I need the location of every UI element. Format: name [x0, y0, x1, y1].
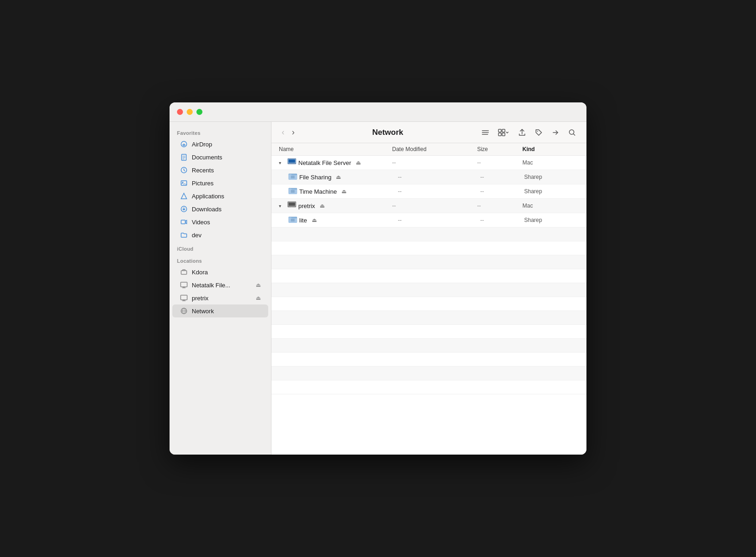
grid-view-button[interactable]: [495, 127, 512, 139]
sidebar-item-dev[interactable]: dev: [172, 228, 268, 241]
sidebar-item-kdora[interactable]: Kdora: [172, 266, 268, 278]
sidebar-item-applications[interactable]: Applications: [172, 190, 268, 203]
lite-icon: [288, 215, 296, 225]
svg-rect-7: [181, 220, 185, 224]
sidebar-item-pictures[interactable]: Pictures: [172, 177, 268, 190]
sidebar-item-network[interactable]: Network: [172, 304, 268, 317]
sidebar: Favorites AirDrop: [170, 122, 271, 455]
pretrix-expand-arrow[interactable]: ▾: [279, 203, 284, 209]
more-button[interactable]: [548, 127, 562, 139]
pretrix-label: pretrix: [298, 203, 315, 209]
forward-button[interactable]: ›: [289, 126, 297, 139]
svg-point-1: [183, 145, 185, 146]
svg-rect-9: [181, 282, 187, 287]
pretrix-kind: Mac: [523, 203, 579, 209]
sidebar-item-netatalk[interactable]: Netatalk File... ⏏: [172, 278, 268, 291]
time-machine-date: --: [398, 188, 480, 195]
time-machine-label: Time Machine: [299, 188, 337, 195]
empty-row-3: [271, 255, 586, 269]
pretrix-eject-icon[interactable]: ⏏: [256, 295, 261, 301]
empty-row-10: [271, 353, 586, 367]
svg-rect-10: [181, 295, 187, 300]
list-view-button[interactable]: [478, 127, 492, 139]
back-button[interactable]: ‹: [279, 126, 287, 139]
empty-row-2: [271, 241, 586, 255]
minimize-button[interactable]: [187, 109, 193, 115]
recents-icon: [180, 166, 188, 174]
lite-kind: Sharep: [524, 217, 579, 223]
file-row-netatalk-server[interactable]: ▾ Netatalk File Server ⏏ -- --: [271, 156, 586, 170]
pretrix-eject-icon[interactable]: ⏏: [320, 203, 325, 209]
file-row-pretrix[interactable]: ▾ pretrix ⏏ -- --: [271, 199, 586, 213]
netatalk-server-eject-icon[interactable]: ⏏: [356, 159, 361, 166]
empty-row-4: [271, 269, 586, 283]
file-sharing-kind: Sharep: [524, 174, 579, 180]
lite-label: lite: [299, 217, 307, 224]
pretrix-icon: [287, 201, 296, 210]
sidebar-item-videos[interactable]: Videos: [172, 215, 268, 228]
file-row-time-machine[interactable]: Time Machine ⏏ -- -- Sharep: [271, 184, 586, 199]
favorites-label: Favorites: [170, 126, 271, 138]
lite-size: --: [480, 217, 524, 223]
svg-rect-20: [289, 159, 295, 163]
column-size[interactable]: Size: [477, 146, 523, 152]
sidebar-item-recents[interactable]: Recents: [172, 164, 268, 177]
netatalk-eject-icon[interactable]: ⏏: [256, 282, 261, 288]
svg-point-5: [182, 182, 183, 183]
pretrix-size: --: [477, 203, 523, 209]
file-list-header: Name Date Modified Size Kind: [271, 143, 586, 156]
svg-rect-24: [291, 190, 295, 193]
file-row-lite[interactable]: lite ⏏ -- -- Sharep: [271, 213, 586, 228]
file-row-file-sharing[interactable]: File Sharing ⏏ -- -- Sharep: [271, 170, 586, 184]
toolbar-actions: [478, 127, 579, 139]
column-date[interactable]: Date Modified: [392, 146, 477, 152]
file-sharing-eject-icon[interactable]: ⏏: [336, 174, 341, 180]
nav-buttons: ‹ ›: [279, 126, 297, 139]
column-name[interactable]: Name: [279, 146, 392, 152]
svg-point-16: [537, 131, 538, 132]
share-button[interactable]: [515, 127, 529, 139]
lite-date: --: [398, 217, 480, 223]
titlebar: [170, 102, 586, 122]
search-button[interactable]: [565, 127, 579, 139]
window-title: Network: [301, 128, 474, 137]
file-sharing-icon: [288, 172, 296, 182]
time-machine-eject-icon[interactable]: ⏏: [341, 188, 346, 195]
empty-row-8: [271, 325, 586, 339]
time-machine-size: --: [480, 188, 524, 195]
netatalk-expand-arrow[interactable]: ▾: [279, 160, 284, 165]
svg-rect-14: [498, 133, 501, 136]
lite-eject-icon[interactable]: ⏏: [312, 217, 317, 223]
svg-rect-27: [289, 203, 295, 206]
svg-rect-12: [498, 129, 501, 132]
netatalk-server-label: Netatalk File Server: [298, 159, 351, 166]
svg-point-28: [292, 207, 292, 208]
applications-icon: [180, 192, 188, 200]
column-kind[interactable]: Kind: [523, 146, 579, 152]
file-sharing-name-cell: File Sharing ⏏: [288, 172, 398, 182]
sidebar-item-downloads[interactable]: Downloads: [172, 203, 268, 215]
sidebar-item-pictures-label: Pictures: [192, 180, 214, 187]
sidebar-item-network-label: Network: [192, 308, 214, 315]
netatalk-server-size: --: [477, 159, 523, 166]
tag-button[interactable]: [532, 127, 546, 139]
sidebar-item-netatalk-label: Netatalk File...: [192, 282, 230, 289]
pretrix-name-cell: ▾ pretrix ⏏: [279, 201, 392, 210]
pretrix-monitor-icon: [180, 294, 188, 302]
finder-window: Favorites AirDrop: [170, 102, 586, 455]
lite-name-cell: lite ⏏: [288, 215, 398, 225]
time-machine-kind: Sharep: [524, 188, 579, 195]
sidebar-item-applications-label: Applications: [192, 193, 224, 200]
netatalk-monitor-icon: [180, 281, 188, 289]
netatalk-server-kind: Mac: [523, 159, 579, 166]
sidebar-item-pretrix[interactable]: pretrix ⏏: [172, 291, 268, 304]
sidebar-item-documents[interactable]: Documents: [172, 151, 268, 164]
empty-row-7: [271, 311, 586, 325]
documents-icon: [180, 153, 188, 161]
file-sharing-date: --: [398, 174, 480, 180]
close-button[interactable]: [177, 109, 183, 115]
sidebar-item-recents-label: Recents: [192, 167, 214, 174]
sidebar-item-downloads-label: Downloads: [192, 206, 221, 213]
maximize-button[interactable]: [196, 109, 202, 115]
sidebar-item-airdrop[interactable]: AirDrop: [172, 138, 268, 151]
